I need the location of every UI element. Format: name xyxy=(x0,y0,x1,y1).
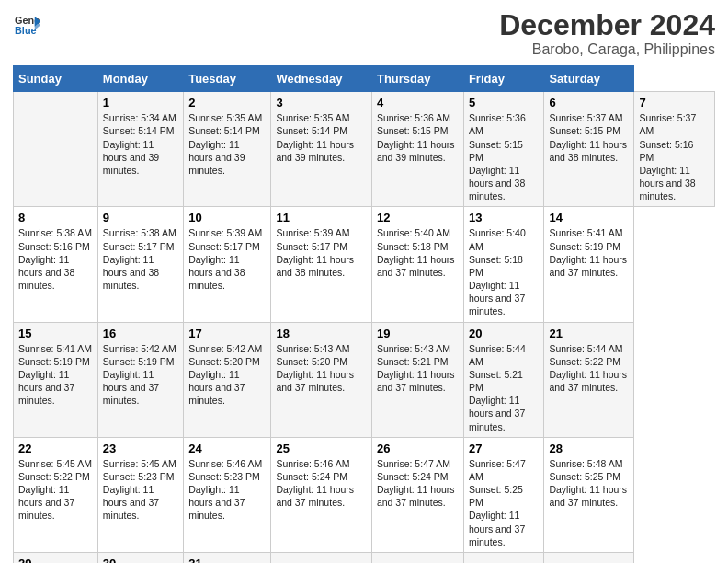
svg-text:Blue: Blue xyxy=(15,25,37,36)
calendar-week-row: 8 Sunrise: 5:38 AMSunset: 5:16 PMDayligh… xyxy=(14,207,715,322)
day-info: Sunrise: 5:45 AMSunset: 5:22 PMDaylight:… xyxy=(18,458,92,522)
day-number: 9 xyxy=(103,211,178,224)
day-number: 5 xyxy=(469,96,540,109)
day-number: 26 xyxy=(377,442,459,455)
day-info: Sunrise: 5:41 AMSunset: 5:19 PMDaylight:… xyxy=(549,227,627,278)
calendar-cell xyxy=(271,553,372,564)
calendar-cell: 5 Sunrise: 5:36 AMSunset: 5:15 PMDayligh… xyxy=(463,92,544,207)
calendar-cell: 15 Sunrise: 5:41 AMSunset: 5:19 PMDaylig… xyxy=(14,322,98,437)
day-number: 1 xyxy=(103,96,178,109)
day-number: 4 xyxy=(377,96,459,109)
day-number: 10 xyxy=(188,211,266,224)
calendar-cell: 13 Sunrise: 5:40 AMSunset: 5:18 PMDaylig… xyxy=(463,207,544,322)
day-info: Sunrise: 5:38 AMSunset: 5:16 PMDaylight:… xyxy=(18,227,92,291)
calendar-week-row: 1 Sunrise: 5:34 AMSunset: 5:14 PMDayligh… xyxy=(14,92,715,207)
day-number: 21 xyxy=(549,327,629,340)
day-number: 23 xyxy=(103,442,178,455)
day-info: Sunrise: 5:35 AMSunset: 5:14 PMDaylight:… xyxy=(276,112,354,163)
calendar-cell: 18 Sunrise: 5:43 AMSunset: 5:20 PMDaylig… xyxy=(271,322,372,437)
calendar-cell: 25 Sunrise: 5:46 AMSunset: 5:24 PMDaylig… xyxy=(271,437,372,552)
day-info: Sunrise: 5:40 AMSunset: 5:18 PMDaylight:… xyxy=(469,227,526,316)
day-info: Sunrise: 5:48 AMSunset: 5:25 PMDaylight:… xyxy=(549,458,627,509)
subtitle: Barobo, Caraga, Philippines xyxy=(499,41,715,58)
calendar-cell: 21 Sunrise: 5:44 AMSunset: 5:22 PMDaylig… xyxy=(544,322,634,437)
calendar-week-row: 22 Sunrise: 5:45 AMSunset: 5:22 PMDaylig… xyxy=(14,437,715,552)
day-number: 24 xyxy=(188,442,266,455)
col-header-wednesday: Wednesday xyxy=(271,66,372,92)
day-info: Sunrise: 5:39 AMSunset: 5:17 PMDaylight:… xyxy=(188,227,262,291)
calendar-cell: 4 Sunrise: 5:36 AMSunset: 5:15 PMDayligh… xyxy=(371,92,463,207)
day-info: Sunrise: 5:36 AMSunset: 5:15 PMDaylight:… xyxy=(469,112,526,201)
day-info: Sunrise: 5:44 AMSunset: 5:21 PMDaylight:… xyxy=(469,343,526,432)
day-info: Sunrise: 5:41 AMSunset: 5:19 PMDaylight:… xyxy=(18,343,92,407)
calendar-cell: 27 Sunrise: 5:47 AMSunset: 5:25 PMDaylig… xyxy=(463,437,544,552)
calendar-cell: 12 Sunrise: 5:40 AMSunset: 5:18 PMDaylig… xyxy=(371,207,463,322)
calendar-week-row: 29 Sunrise: 5:48 AMSunset: 5:26 PMDaylig… xyxy=(14,553,715,564)
calendar-week-row: 15 Sunrise: 5:41 AMSunset: 5:19 PMDaylig… xyxy=(14,322,715,437)
day-info: Sunrise: 5:42 AMSunset: 5:20 PMDaylight:… xyxy=(188,343,262,407)
calendar-cell xyxy=(371,553,463,564)
calendar-cell: 16 Sunrise: 5:42 AMSunset: 5:19 PMDaylig… xyxy=(97,322,183,437)
calendar-cell: 1 Sunrise: 5:34 AMSunset: 5:14 PMDayligh… xyxy=(97,92,183,207)
day-info: Sunrise: 5:36 AMSunset: 5:15 PMDaylight:… xyxy=(377,112,455,163)
day-number: 14 xyxy=(549,211,629,224)
calendar-cell: 7 Sunrise: 5:37 AMSunset: 5:16 PMDayligh… xyxy=(634,92,715,207)
day-number: 15 xyxy=(18,327,93,340)
day-info: Sunrise: 5:39 AMSunset: 5:17 PMDaylight:… xyxy=(276,227,354,278)
calendar-cell: 20 Sunrise: 5:44 AMSunset: 5:21 PMDaylig… xyxy=(463,322,544,437)
day-number: 16 xyxy=(103,327,178,340)
col-header-thursday: Thursday xyxy=(371,66,463,92)
day-info: Sunrise: 5:46 AMSunset: 5:23 PMDaylight:… xyxy=(188,458,262,522)
day-info: Sunrise: 5:37 AMSunset: 5:15 PMDaylight:… xyxy=(549,112,627,163)
calendar-cell: 17 Sunrise: 5:42 AMSunset: 5:20 PMDaylig… xyxy=(184,322,271,437)
day-number: 22 xyxy=(18,442,93,455)
calendar-cell: 31 Sunrise: 5:49 AMSunset: 5:27 PMDaylig… xyxy=(184,553,271,564)
calendar-cell: 14 Sunrise: 5:41 AMSunset: 5:19 PMDaylig… xyxy=(544,207,634,322)
day-number: 6 xyxy=(549,96,629,109)
calendar-cell: 6 Sunrise: 5:37 AMSunset: 5:15 PMDayligh… xyxy=(544,92,634,207)
day-number: 28 xyxy=(549,442,629,455)
day-info: Sunrise: 5:44 AMSunset: 5:22 PMDaylight:… xyxy=(549,343,627,394)
calendar-cell: 23 Sunrise: 5:45 AMSunset: 5:23 PMDaylig… xyxy=(97,437,183,552)
day-number: 18 xyxy=(276,327,367,340)
day-info: Sunrise: 5:47 AMSunset: 5:24 PMDaylight:… xyxy=(377,458,455,509)
day-info: Sunrise: 5:37 AMSunset: 5:16 PMDaylight:… xyxy=(639,112,696,201)
day-info: Sunrise: 5:46 AMSunset: 5:24 PMDaylight:… xyxy=(276,458,354,509)
day-number: 11 xyxy=(276,211,367,224)
day-info: Sunrise: 5:38 AMSunset: 5:17 PMDaylight:… xyxy=(103,227,176,291)
main-title: December 2024 xyxy=(499,9,715,41)
day-number: 31 xyxy=(188,557,266,563)
calendar-cell: 26 Sunrise: 5:47 AMSunset: 5:24 PMDaylig… xyxy=(371,437,463,552)
day-number: 3 xyxy=(276,96,367,109)
calendar-cell: 22 Sunrise: 5:45 AMSunset: 5:22 PMDaylig… xyxy=(14,437,98,552)
day-number: 30 xyxy=(103,557,178,563)
header-row: SundayMondayTuesdayWednesdayThursdayFrid… xyxy=(14,66,715,92)
calendar-cell xyxy=(463,553,544,564)
calendar-cell: 19 Sunrise: 5:43 AMSunset: 5:21 PMDaylig… xyxy=(371,322,463,437)
calendar-cell: 28 Sunrise: 5:48 AMSunset: 5:25 PMDaylig… xyxy=(544,437,634,552)
day-number: 7 xyxy=(639,96,710,109)
day-number: 19 xyxy=(377,327,459,340)
calendar-cell: 2 Sunrise: 5:35 AMSunset: 5:14 PMDayligh… xyxy=(184,92,271,207)
day-info: Sunrise: 5:43 AMSunset: 5:20 PMDaylight:… xyxy=(276,343,354,394)
col-header-saturday: Saturday xyxy=(544,66,634,92)
col-header-friday: Friday xyxy=(463,66,544,92)
day-number: 27 xyxy=(469,442,540,455)
day-number: 17 xyxy=(188,327,266,340)
calendar-cell: 11 Sunrise: 5:39 AMSunset: 5:17 PMDaylig… xyxy=(271,207,372,322)
day-info: Sunrise: 5:47 AMSunset: 5:25 PMDaylight:… xyxy=(469,458,526,547)
calendar-cell: 10 Sunrise: 5:39 AMSunset: 5:17 PMDaylig… xyxy=(184,207,271,322)
col-header-tuesday: Tuesday xyxy=(184,66,271,92)
logo: General Blue xyxy=(13,13,40,39)
col-header-sunday: Sunday xyxy=(14,66,98,92)
day-number: 2 xyxy=(188,96,266,109)
day-info: Sunrise: 5:40 AMSunset: 5:18 PMDaylight:… xyxy=(377,227,455,278)
calendar-table: SundayMondayTuesdayWednesdayThursdayFrid… xyxy=(13,65,715,563)
day-number: 25 xyxy=(276,442,367,455)
day-info: Sunrise: 5:43 AMSunset: 5:21 PMDaylight:… xyxy=(377,343,455,394)
calendar-cell: 9 Sunrise: 5:38 AMSunset: 5:17 PMDayligh… xyxy=(97,207,183,322)
title-block: December 2024 Barobo, Caraga, Philippine… xyxy=(499,9,715,58)
calendar-cell: 29 Sunrise: 5:48 AMSunset: 5:26 PMDaylig… xyxy=(14,553,98,564)
header: General Blue December 2024 Barobo, Carag… xyxy=(13,9,715,58)
calendar-cell: 8 Sunrise: 5:38 AMSunset: 5:16 PMDayligh… xyxy=(14,207,98,322)
